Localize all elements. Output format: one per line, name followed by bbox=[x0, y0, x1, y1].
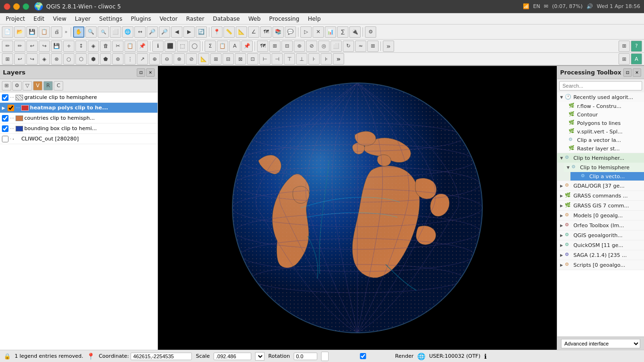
annotation-button[interactable]: 💬 bbox=[285, 26, 296, 38]
list-item[interactable]: 🌿 Polygons to lines bbox=[557, 119, 644, 127]
models-header[interactable]: ▶ ⚙ Models [0 geoalg... bbox=[557, 211, 644, 220]
clip-hemisphere-sub-header[interactable]: ▼ ⚙ Clip to Hemisphere bbox=[564, 163, 644, 172]
deselect-button[interactable]: ✕ bbox=[313, 26, 324, 38]
add-feature-button[interactable]: + bbox=[63, 41, 74, 52]
map-canvas[interactable] bbox=[158, 66, 557, 350]
offset-button[interactable]: ⊘ bbox=[306, 41, 317, 52]
manage-layers-button[interactable]: ⚙ bbox=[12, 81, 22, 90]
fill-button[interactable]: ⬜ bbox=[330, 41, 342, 52]
add-raster-button[interactable]: R bbox=[43, 81, 53, 90]
rotation-spinner[interactable] bbox=[321, 352, 329, 361]
save-as-button[interactable]: 📋 bbox=[39, 26, 50, 38]
tb3-btn20[interactable]: ⊠ bbox=[235, 53, 246, 65]
tb3-btn28[interactable]: » bbox=[333, 53, 344, 65]
orfeo-header[interactable]: ▶ ⚙ Orfeo Toolbox (Im... bbox=[557, 221, 644, 230]
layer-checkbox[interactable] bbox=[2, 115, 8, 122]
pan-tool[interactable]: ✋ bbox=[73, 26, 84, 38]
zoom-out-button[interactable]: 🔍 bbox=[98, 26, 109, 38]
refresh-button[interactable]: 🔄 bbox=[196, 26, 207, 38]
tb3-btn14[interactable]: ⊖ bbox=[161, 53, 173, 65]
redo-button[interactable]: ↪ bbox=[39, 41, 50, 52]
snap-button[interactable]: ⊕ bbox=[294, 41, 305, 52]
pin-button[interactable]: 📌 bbox=[241, 41, 253, 52]
list-item[interactable]: ⚙ Clip a vecto... bbox=[570, 172, 644, 181]
tb3-right2[interactable]: A bbox=[631, 53, 642, 65]
measure-line-button[interactable]: 📏 bbox=[223, 26, 235, 38]
menu-help[interactable]: Help bbox=[304, 15, 324, 23]
add-group-button[interactable]: ⊞ bbox=[2, 81, 11, 90]
measure-area-button[interactable]: 📐 bbox=[236, 26, 247, 38]
interface-selector[interactable]: Advanced interface bbox=[561, 339, 640, 348]
tb3-btn13[interactable]: ⊕ bbox=[149, 53, 160, 65]
cut-features-button[interactable]: ✂ bbox=[112, 41, 124, 52]
paste-features-button[interactable]: 📌 bbox=[137, 41, 148, 52]
scripts-header[interactable]: ▶ ⚙ Scripts [0 geoalgo... bbox=[557, 260, 644, 270]
window-controls[interactable] bbox=[4, 3, 29, 10]
expand-icon[interactable]: ▶ bbox=[2, 106, 7, 110]
plugins-button[interactable]: 🔌 bbox=[349, 26, 361, 38]
list-item[interactable]: 🌿 v.split.vert - Spl... bbox=[557, 127, 644, 136]
layer-checkbox[interactable] bbox=[2, 94, 8, 101]
list-item[interactable]: · · CLIWOC_out [280280] bbox=[0, 134, 157, 144]
atlas-button[interactable]: 📚 bbox=[272, 26, 284, 38]
tb3-btn26[interactable]: ⊦ bbox=[308, 53, 320, 65]
undo-button[interactable]: ↩ bbox=[26, 41, 38, 52]
filter-layer-button[interactable]: ▽ bbox=[23, 81, 32, 90]
menu-settings[interactable]: Settings bbox=[95, 15, 126, 23]
list-item[interactable]: ⚙ Clip a vector la... bbox=[557, 136, 644, 144]
minimize-button[interactable] bbox=[13, 3, 20, 10]
menu-database[interactable]: Database bbox=[209, 15, 243, 23]
list-item[interactable]: 🌿 Contour bbox=[557, 110, 644, 119]
layer-checkbox[interactable] bbox=[8, 105, 14, 111]
tb3-btn4[interactable]: ◈ bbox=[39, 53, 50, 65]
print-button[interactable]: 🖨 bbox=[51, 26, 62, 38]
statistics-button[interactable]: ∑ bbox=[337, 26, 348, 38]
close-button[interactable] bbox=[4, 3, 10, 10]
select-freehand[interactable]: ⬚ bbox=[177, 41, 188, 52]
save-project-button[interactable]: 💾 bbox=[26, 26, 38, 38]
tb3-btn10[interactable]: ⊛ bbox=[112, 53, 124, 65]
list-item[interactable]: 🌿 r.flow - Constru... bbox=[557, 102, 644, 110]
menu-plugins[interactable]: Plugins bbox=[127, 15, 155, 23]
zoom-rubber-band[interactable]: ⬜ bbox=[110, 26, 121, 38]
qgis-geo-header[interactable]: ▶ ⚙ QGIS geoalgorith... bbox=[557, 230, 644, 240]
pan-map-button[interactable]: ↔ bbox=[134, 26, 146, 38]
zoom-previous-button[interactable]: ◀ bbox=[171, 26, 182, 38]
restore-button[interactable]: ⊡ bbox=[623, 68, 632, 77]
simplify-button[interactable]: ≈ bbox=[355, 41, 366, 52]
tb3-btn3[interactable]: ↪ bbox=[26, 53, 38, 65]
split-button[interactable]: ⊟ bbox=[281, 41, 293, 52]
label-button[interactable]: A bbox=[229, 41, 240, 52]
zoom-next-button[interactable]: ▶ bbox=[183, 26, 195, 38]
tb3-btn22[interactable]: ⊢ bbox=[259, 53, 271, 65]
tb3-btn12[interactable]: ↗ bbox=[137, 53, 148, 65]
rotate-button[interactable]: ↻ bbox=[343, 41, 354, 52]
select-feature-button[interactable]: ▷ bbox=[300, 26, 312, 38]
tb3-right1[interactable]: ⊞ bbox=[619, 53, 630, 65]
add-vector-button[interactable]: V bbox=[33, 81, 42, 90]
tb3-btn24[interactable]: ⊤ bbox=[284, 53, 295, 65]
zoom-in-button[interactable]: 🔍 bbox=[85, 26, 97, 38]
tb3-btn11[interactable]: ⋮ bbox=[124, 53, 136, 65]
toolbar-more-1[interactable]: » bbox=[63, 29, 69, 34]
menu-layer[interactable]: Layer bbox=[71, 15, 94, 23]
layer-checkbox[interactable] bbox=[2, 125, 8, 132]
select-tool-2[interactable]: ⬛ bbox=[165, 41, 176, 52]
grass-header[interactable]: ▶ 🌿 GRASS commands ... bbox=[557, 191, 644, 200]
tb3-btn8[interactable]: ⬢ bbox=[88, 53, 99, 65]
tb3-btn9[interactable]: ⬟ bbox=[100, 53, 111, 65]
capture-coord-button[interactable]: 📍 bbox=[211, 26, 223, 38]
coordinate-input[interactable] bbox=[131, 353, 192, 360]
list-item[interactable]: ··· bounding box clip to hemi... bbox=[0, 123, 157, 134]
node-tool-button[interactable]: ◈ bbox=[88, 41, 99, 52]
tb3-btn6[interactable]: ○ bbox=[63, 53, 74, 65]
more-tools[interactable]: » bbox=[383, 41, 394, 52]
open-project-button[interactable]: 📂 bbox=[14, 26, 25, 38]
menu-processing[interactable]: Processing bbox=[265, 15, 303, 23]
grass-gis7-header[interactable]: ▶ 🌿 GRASS GIS 7 comm... bbox=[557, 201, 644, 210]
tb3-btn7[interactable]: ⬡ bbox=[75, 53, 87, 65]
tb3-btn17[interactable]: 📐 bbox=[198, 53, 209, 65]
form-button[interactable]: 📋 bbox=[217, 41, 228, 52]
menu-project[interactable]: Project bbox=[2, 15, 29, 23]
tb3-btn25[interactable]: ⊥ bbox=[296, 53, 307, 65]
